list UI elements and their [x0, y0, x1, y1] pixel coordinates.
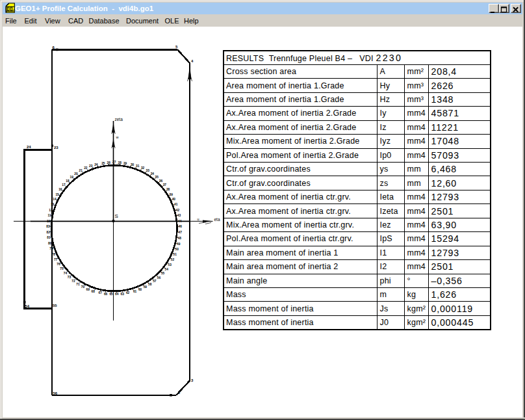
svg-text:46: 46: [179, 225, 183, 228]
svg-text:15: 15: [55, 193, 59, 196]
svg-text:56: 56: [157, 276, 161, 280]
svg-text:14: 14: [53, 198, 57, 201]
svg-text:47: 47: [179, 231, 183, 234]
svg-text:51: 51: [173, 253, 177, 256]
svg-text:49: 49: [177, 243, 181, 246]
svg-text:63: 63: [121, 293, 125, 296]
svg-text:30: 30: [131, 163, 134, 166]
svg-text:12: 12: [49, 209, 53, 212]
svg-text:42: 42: [176, 209, 180, 212]
svg-text:55: 55: [53, 304, 57, 308]
svg-text:68: 68: [92, 290, 96, 293]
svg-text:zeta: zeta: [115, 117, 123, 122]
svg-text:11: 11: [48, 214, 51, 217]
svg-text:62: 62: [126, 291, 130, 295]
svg-text:78: 78: [51, 253, 55, 256]
svg-text:23: 23: [89, 164, 93, 168]
svg-text:3: 3: [191, 378, 194, 382]
svg-text:22: 22: [84, 166, 88, 170]
svg-text:75: 75: [60, 267, 64, 270]
svg-text:34: 34: [151, 172, 155, 176]
svg-text:21: 21: [79, 169, 83, 172]
svg-text:80: 80: [48, 242, 52, 245]
svg-text:48: 48: [178, 237, 182, 240]
svg-text:41: 41: [174, 203, 178, 206]
svg-text:82: 82: [47, 231, 51, 234]
svg-text:43: 43: [177, 214, 181, 217]
svg-text:31: 31: [136, 164, 140, 168]
svg-text:39: 39: [170, 193, 173, 196]
svg-text:S: S: [115, 213, 118, 219]
svg-text:23: 23: [54, 146, 58, 150]
svg-text:58: 58: [148, 283, 152, 286]
svg-text:16: 16: [58, 188, 62, 191]
svg-text:37: 37: [163, 183, 167, 187]
svg-text:29: 29: [123, 162, 127, 165]
svg-text:18: 18: [66, 179, 70, 183]
svg-text:w: w: [116, 135, 119, 139]
svg-text:66: 66: [104, 293, 108, 296]
svg-text:28: 28: [118, 161, 122, 164]
svg-text:13: 13: [51, 203, 55, 206]
svg-text:54: 54: [25, 304, 30, 308]
svg-text:57: 57: [153, 280, 157, 283]
svg-text:40: 40: [172, 198, 176, 201]
svg-text:55: 55: [161, 272, 165, 275]
svg-text:61: 61: [133, 290, 137, 293]
svg-text:54: 54: [165, 268, 169, 271]
svg-text:5: 5: [175, 45, 178, 49]
svg-text:65: 65: [109, 293, 113, 296]
svg-text:35: 35: [155, 176, 159, 179]
svg-text:53: 53: [168, 263, 172, 267]
svg-text:26: 26: [107, 161, 111, 164]
svg-text:59: 59: [144, 285, 147, 289]
svg-text:33: 33: [146, 169, 150, 172]
svg-text:24: 24: [27, 145, 31, 149]
svg-text:77: 77: [54, 258, 58, 261]
svg-text:83: 83: [46, 225, 50, 228]
svg-text:60: 60: [138, 288, 142, 291]
svg-text:36: 36: [159, 179, 163, 183]
svg-text:72: 72: [71, 280, 75, 283]
svg-text:81: 81: [47, 236, 51, 239]
svg-text:eta: eta: [214, 217, 220, 222]
svg-text:71: 71: [76, 283, 80, 286]
svg-text:20: 20: [74, 172, 78, 176]
svg-text:32: 32: [141, 166, 145, 170]
svg-text:69: 69: [86, 288, 90, 291]
svg-text:25: 25: [101, 162, 105, 165]
svg-text:70: 70: [81, 285, 85, 289]
svg-text:50: 50: [175, 248, 179, 251]
svg-text:24: 24: [94, 163, 98, 166]
svg-text:4: 4: [191, 59, 194, 63]
svg-text:76: 76: [57, 263, 60, 266]
svg-text:u: u: [198, 217, 199, 221]
svg-text:19: 19: [70, 176, 74, 179]
svg-text:38: 38: [166, 188, 170, 191]
svg-text:73: 73: [68, 276, 71, 279]
svg-text:79: 79: [49, 247, 53, 250]
svg-text:17: 17: [62, 183, 66, 187]
svg-text:56: 56: [53, 391, 58, 395]
svg-text:74: 74: [64, 272, 68, 275]
svg-text:64: 64: [115, 293, 119, 296]
svg-text:52: 52: [171, 258, 175, 261]
svg-text:67: 67: [99, 291, 103, 295]
